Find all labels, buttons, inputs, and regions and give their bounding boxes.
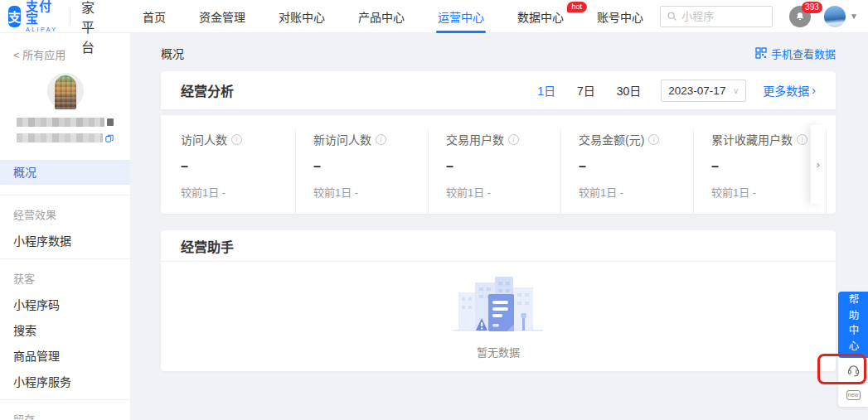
app-avatar-image xyxy=(55,75,76,109)
sidebar-item-overview[interactable]: 概况 xyxy=(0,160,130,185)
more-data-label: 更多数据 xyxy=(763,82,809,99)
app-avatar xyxy=(47,73,84,109)
stat-label: 交易金额(元) xyxy=(579,131,644,147)
stat-value: – xyxy=(711,159,812,174)
nav-item-data-center-label: 数据中心 xyxy=(517,8,564,25)
copy-icon[interactable] xyxy=(105,134,114,142)
stat-new-visitors: 新访问人数i – 较前1日 - xyxy=(313,129,429,214)
stat-value: – xyxy=(313,159,415,174)
sidebar: < 所有应用 概况 经营效果 小程序数据 获客 小程序码 搜索 xyxy=(0,33,130,420)
brand-name-en: ALIPAY xyxy=(26,27,57,32)
app-name-redacted xyxy=(17,118,104,127)
chevron-right-icon: › xyxy=(812,84,816,97)
notifications: 393 xyxy=(789,6,811,27)
info-icon[interactable]: i xyxy=(376,134,386,145)
stat-label: 交易用户数 xyxy=(446,131,504,147)
info-icon[interactable]: i xyxy=(648,134,659,145)
whats-new-button[interactable]: new xyxy=(838,383,868,407)
info-icon[interactable]: i xyxy=(508,134,519,145)
empty-state-illustration xyxy=(445,273,551,342)
notification-badge: 393 xyxy=(802,2,822,13)
chevron-down-icon: ∨ xyxy=(733,86,739,95)
stat-delta: 较前1日 - xyxy=(313,184,415,200)
info-icon[interactable]: i xyxy=(231,134,242,145)
nav-item-reconciliation[interactable]: 对账中心 xyxy=(262,0,342,33)
tab-7-day[interactable]: 7日 xyxy=(577,82,595,99)
sidebar-divider xyxy=(0,195,130,196)
headset-icon xyxy=(846,363,861,377)
search-icon xyxy=(667,11,676,22)
new-box-icon: new xyxy=(846,390,861,400)
chevron-down-icon[interactable]: ▼ xyxy=(850,12,858,21)
sidebar-item-miniapp-code[interactable]: 小程序码 xyxy=(13,298,130,312)
more-data-link[interactable]: 更多数据 › xyxy=(763,82,816,99)
sidebar-item-product-management[interactable]: 商品管理 xyxy=(13,350,130,364)
date-picker-value: 2023-07-17 xyxy=(668,84,725,97)
assistant-card: 经营助手 xyxy=(161,230,836,371)
nav-item-home[interactable]: 首页 xyxy=(126,0,182,33)
stat-value: – xyxy=(181,159,282,174)
top-header: 支 支付宝 ALIPAY 商家平台 首页 资金管理 对账中心 产品中心 运营中心… xyxy=(0,0,868,33)
alipay-logo-icon: 支 xyxy=(8,6,21,27)
empty-state-text: 暂无数据 xyxy=(477,344,520,360)
stat-value: – xyxy=(579,159,680,174)
nav-item-operations[interactable]: 运营中心 xyxy=(421,0,501,33)
assistant-empty-state: 暂无数据 xyxy=(161,262,836,370)
nav-item-account-center[interactable]: 账号中心 xyxy=(580,0,660,33)
sidebar-section-acquisition: 获客 xyxy=(13,270,130,286)
global-search[interactable] xyxy=(660,6,773,27)
stat-label: 新访问人数 xyxy=(313,131,371,147)
search-input[interactable] xyxy=(681,10,765,22)
alipay-brand: 支付宝 ALIPAY xyxy=(26,0,57,32)
brand-name-cn: 支付宝 xyxy=(26,0,57,25)
analysis-stats: 访问人数i – 较前1日 - 新访问人数i – 较前1日 - 交易用户数i – … xyxy=(161,115,836,214)
sidebar-divider xyxy=(0,399,130,400)
date-picker[interactable]: 2023-07-17 ∨ xyxy=(661,80,746,102)
avatar[interactable] xyxy=(824,6,846,27)
analysis-card-header: 经营分析 1日 7日 30日 2023-07-17 ∨ 更多数据 › xyxy=(161,71,836,109)
tab-30-day[interactable]: 30日 xyxy=(617,82,642,99)
main-nav: 首页 资金管理 对账中心 产品中心 运营中心 数据中心 hot 账号中心 xyxy=(126,0,660,33)
sidebar-section-retention: 留存 xyxy=(13,411,130,420)
main-content: 概况 手机查看数据 经营分析 1日 7日 xyxy=(130,33,868,420)
stat-label: 访问人数 xyxy=(181,131,227,147)
sidebar-item-miniapp-service[interactable]: 小程序服务 xyxy=(13,375,130,389)
nav-item-products[interactable]: 产品中心 xyxy=(342,0,421,33)
stat-delta: 较前1日 - xyxy=(446,184,547,200)
chevron-right-icon: › xyxy=(817,158,820,171)
tab-1-day[interactable]: 1日 xyxy=(537,82,555,99)
back-to-all-apps-link[interactable]: < 所有应用 xyxy=(13,46,130,62)
stat-trade-users: 交易用户数i – 较前1日 - xyxy=(446,129,561,214)
stat-trade-amount: 交易金额(元)i – 较前1日 - xyxy=(579,129,694,214)
app-id-row xyxy=(0,127,130,142)
view-on-phone-label: 手机查看数据 xyxy=(771,46,836,61)
qr-code-icon xyxy=(755,47,767,59)
app-id-redacted xyxy=(17,133,103,142)
stat-visitors: 访问人数i – 较前1日 - xyxy=(181,129,296,214)
assistant-title: 经营助手 xyxy=(181,236,234,256)
customer-service-button[interactable] xyxy=(838,358,868,382)
nav-item-funds[interactable]: 资金管理 xyxy=(182,0,262,33)
carousel-next-button[interactable]: › xyxy=(811,125,826,204)
help-center-label: 帮助中心 xyxy=(846,294,861,355)
stat-label: 累计收藏用户数 xyxy=(711,131,793,147)
info-icon[interactable]: i xyxy=(797,134,807,145)
product-title: 商家平台 xyxy=(81,0,103,56)
sidebar-item-search[interactable]: 搜索 xyxy=(13,324,130,338)
app-name-suffix-mark xyxy=(107,118,114,126)
analysis-controls: 1日 7日 30日 2023-07-17 ∨ 更多数据 › xyxy=(516,80,816,102)
stat-delta: 较前1日 - xyxy=(711,184,812,200)
stat-favorite-users: 累计收藏用户数i – 较前1日 - xyxy=(711,129,827,214)
view-on-phone-link[interactable]: 手机查看数据 xyxy=(755,46,836,61)
sidebar-item-miniapp-data[interactable]: 小程序数据 xyxy=(13,234,130,249)
app-name-row xyxy=(0,109,130,127)
stat-delta: 较前1日 - xyxy=(181,184,282,200)
header-right: 393 ▼ xyxy=(660,6,858,27)
page-title: 概况 xyxy=(161,45,184,61)
nav-item-data-center[interactable]: 数据中心 hot xyxy=(501,0,580,33)
sidebar-section-business-effect: 经营效果 xyxy=(13,206,130,222)
stat-value: – xyxy=(446,159,547,174)
help-center-button[interactable]: 帮助中心 xyxy=(838,292,868,358)
analysis-title: 经营分析 xyxy=(181,80,234,100)
alipay-merchant-dashboard: 支 支付宝 ALIPAY 商家平台 首页 资金管理 对账中心 产品中心 运营中心… xyxy=(0,0,868,420)
